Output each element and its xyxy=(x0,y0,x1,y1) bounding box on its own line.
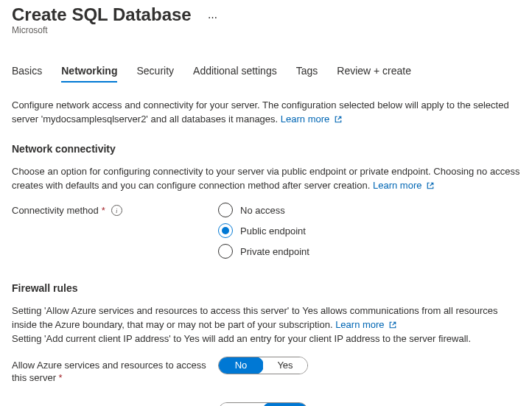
radio-no-access[interactable]: No access xyxy=(218,203,309,217)
connectivity-method-radio-group: No access Public endpoint Private endpoi… xyxy=(218,203,309,259)
learn-more-label: Learn more xyxy=(373,180,421,191)
allow-azure-services-toggle[interactable]: No Yes xyxy=(218,357,308,374)
external-link-icon xyxy=(427,182,434,189)
tab-security[interactable]: Security xyxy=(136,65,174,83)
required-asterisk: * xyxy=(59,372,63,383)
firewall-learn-more-link[interactable]: Learn more xyxy=(335,319,396,330)
allow-azure-services-text: Allow Azure services and resources to ac… xyxy=(12,360,206,384)
firewall-rules-heading: Firewall rules xyxy=(12,282,520,294)
learn-more-label: Learn more xyxy=(281,113,329,125)
info-icon[interactable]: i xyxy=(111,205,122,216)
connectivity-method-label: Connectivity method * i xyxy=(12,203,218,259)
connectivity-method-text: Connectivity method xyxy=(12,204,99,217)
add-client-ip-label: Add current client IP address * xyxy=(12,402,218,406)
firewall-text-1: Setting 'Allow Azure services and resour… xyxy=(12,305,498,330)
tab-additional-settings[interactable]: Additional settings xyxy=(193,65,277,83)
tab-networking[interactable]: Networking xyxy=(61,65,117,83)
radio-circle-icon xyxy=(218,223,233,238)
external-link-icon xyxy=(389,321,396,329)
intro-description: Configure network access and connectivit… xyxy=(12,99,520,127)
connectivity-description: Choose an option for configuring connect… xyxy=(12,165,520,193)
tab-tags[interactable]: Tags xyxy=(296,65,318,83)
radio-label: Public endpoint xyxy=(240,225,306,237)
radio-label: No access xyxy=(240,205,285,216)
learn-more-label: Learn more xyxy=(335,319,384,330)
add-client-ip-toggle[interactable]: No Yes xyxy=(218,402,308,406)
network-connectivity-heading: Network connectivity xyxy=(12,143,520,155)
toggle-yes[interactable]: Yes xyxy=(263,357,307,374)
tab-bar: Basics Networking Security Additional se… xyxy=(12,65,520,83)
intro-text: Configure network access and connectivit… xyxy=(12,99,509,125)
radio-circle-icon xyxy=(218,244,233,259)
firewall-description: Setting 'Allow Azure services and resour… xyxy=(12,304,520,346)
more-actions-icon[interactable]: ⋯ xyxy=(208,8,219,22)
required-asterisk: * xyxy=(102,204,105,217)
radio-label: Private endpoint xyxy=(240,246,309,257)
radio-public-endpoint[interactable]: Public endpoint xyxy=(218,223,309,238)
intro-learn-more-link[interactable]: Learn more xyxy=(281,113,342,125)
page-title: Create SQL Database xyxy=(12,4,192,25)
connectivity-text: Choose an option for configuring connect… xyxy=(12,166,519,191)
external-link-icon xyxy=(335,116,342,123)
allow-azure-services-label: Allow Azure services and resources to ac… xyxy=(12,357,218,385)
tab-basics[interactable]: Basics xyxy=(12,65,42,83)
connectivity-learn-more-link[interactable]: Learn more xyxy=(373,180,434,191)
radio-private-endpoint[interactable]: Private endpoint xyxy=(218,244,309,259)
toggle-yes[interactable]: Yes xyxy=(262,402,308,406)
toggle-no[interactable]: No xyxy=(219,403,263,406)
tab-review-create[interactable]: Review + create xyxy=(337,65,411,83)
toggle-no[interactable]: No xyxy=(218,357,264,374)
publisher-label: Microsoft xyxy=(12,25,520,35)
firewall-text-2: Setting 'Add current client IP address' … xyxy=(12,333,471,344)
radio-circle-icon xyxy=(218,203,233,217)
